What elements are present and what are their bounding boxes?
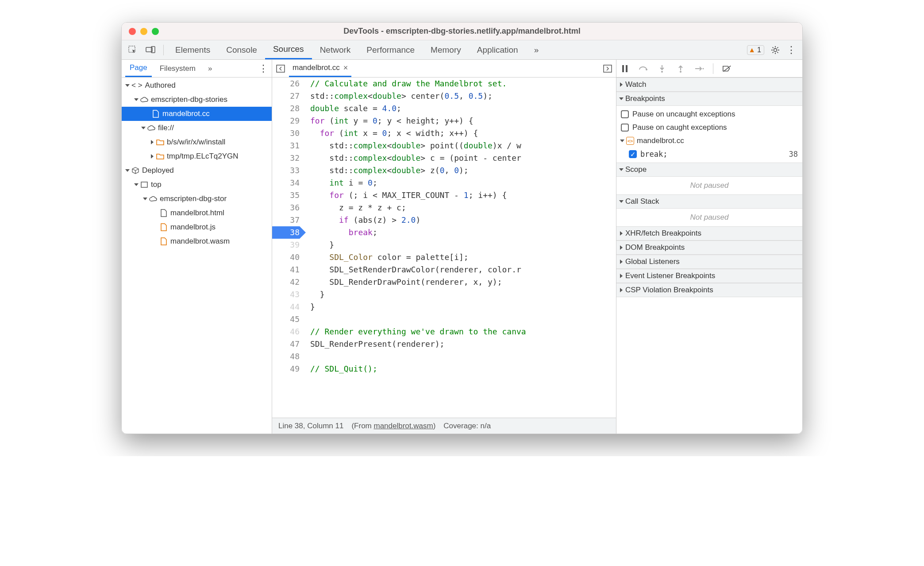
coverage-status: Coverage: n/a [443,422,491,430]
section-label: Breakpoints [625,94,665,103]
tree-folder-install[interactable]: b/s/w/ir/x/w/install [122,135,272,149]
tree-domain-deployed[interactable]: emscripten-dbg-stor [122,192,272,206]
tree-authored[interactable]: < >Authored [122,78,272,93]
maximize-window-icon[interactable] [152,28,159,35]
tree-label: mandelbrot.wasm [170,237,230,246]
tree-label: b/s/w/ir/x/w/install [167,138,225,147]
section-label: Call Stack [625,197,659,206]
svg-rect-5 [277,65,285,72]
cube-icon [131,167,139,174]
tree-label: mandelbrot.html [170,209,224,217]
tab-console[interactable]: Console [218,40,265,59]
sidebar-tab-page[interactable]: Page [125,60,152,77]
kebab-menu-icon[interactable]: ⋮ [786,45,796,55]
step-out-icon[interactable] [676,64,685,74]
section-breakpoints[interactable]: Breakpoints [616,92,802,106]
file-icon [152,110,160,118]
checkbox-label: Pause on uncaught exceptions [632,110,735,119]
tree-label: tmp/tmp.ELcTq2YGN [167,152,239,161]
section-xhr[interactable]: XHR/fetch Breakpoints [616,226,802,240]
tree-file-wasm[interactable]: mandelbrot.wasm [122,234,272,248]
svg-point-9 [646,69,647,70]
section-global[interactable]: Global Listeners [616,255,802,269]
file-icon [160,237,168,245]
editor-statusbar: Line 38, Column 11 (From mandelbrot.wasm… [272,418,616,434]
file-icon [160,223,168,231]
navigator-sidebar: Page Filesystem » ⋮ < >Authored emscript… [122,60,272,434]
tab-sources[interactable]: Sources [265,40,312,59]
section-label: CSP Violation Breakpoints [625,286,713,295]
step-icon[interactable] [694,64,704,74]
close-window-icon[interactable] [129,28,136,35]
tree-domain-authored[interactable]: emscripten-dbg-stories [122,93,272,107]
svg-rect-7 [622,65,624,72]
device-toggle-icon[interactable] [146,45,155,55]
minimize-window-icon[interactable] [140,28,147,35]
toggle-navigator-icon[interactable] [276,64,285,74]
section-label: Scope [625,165,647,174]
tree-top[interactable]: top [122,178,272,192]
close-tab-icon[interactable]: × [343,63,348,73]
tree-file-js[interactable]: mandelbrot.js [122,220,272,234]
tree-file-mandelbrot-cc[interactable]: mandelbrot.cc [122,107,272,121]
tab-memory[interactable]: Memory [423,40,469,59]
svg-point-10 [661,71,663,73]
tabs-overflow-icon[interactable]: » [526,40,547,59]
section-evt[interactable]: Event Listener Breakpoints [616,269,802,283]
tree-label: mandelbrot.cc [162,109,210,118]
editor-tab[interactable]: mandelbrot.cc× [289,60,351,77]
sidebar-tabs-overflow-icon[interactable]: » [204,60,216,77]
tree-file-html[interactable]: mandelbrot.html [122,206,272,220]
svg-rect-8 [626,65,628,72]
inspect-icon[interactable] [128,45,138,55]
tab-network[interactable]: Network [312,40,359,59]
sidebar-tab-filesystem[interactable]: Filesystem [155,60,200,77]
folder-icon [156,152,164,160]
titlebar: DevTools - emscripten-dbg-stories.netlif… [122,23,802,40]
section-csp[interactable]: CSP Violation Breakpoints [616,283,802,297]
svg-point-12 [703,68,704,69]
warning-count: 1 [757,46,761,54]
sidebar-menu-icon[interactable]: ⋮ [258,63,268,74]
breakpoint-toggle[interactable]: ✓ [629,150,637,158]
breakpoint-code: break; [640,150,667,159]
source-code[interactable]: // Calculate and draw the Mandelbrot set… [304,78,616,418]
tree-deployed[interactable]: Deployed [122,163,272,178]
section-watch[interactable]: Watch [616,78,802,92]
section-label: Global Listeners [625,257,680,266]
section-label: Watch [625,80,647,89]
tree-label: mandelbrot.js [170,223,216,232]
section-scope[interactable]: Scope [616,163,802,177]
section-callstack[interactable]: Call Stack [616,194,802,209]
source-origin-link[interactable]: mandelbrot.wasm [373,422,433,430]
tree-label: emscripten-dbg-stories [151,95,227,104]
breakpoint-entry[interactable]: ✓break;38 [621,147,798,161]
tab-application[interactable]: Application [469,40,526,59]
svg-point-11 [680,71,681,73]
deactivate-breakpoints-icon[interactable] [722,64,732,74]
frame-icon [140,181,148,189]
folder-icon [156,138,164,146]
scope-not-paused: Not paused [616,177,802,194]
checkbox-label: Pause on caught exceptions [632,123,727,132]
tree-folder-tmp[interactable]: tmp/tmp.ELcTq2YGN [122,149,272,163]
gutter[interactable]: 2627282930313233343536373839404142434445… [272,78,304,418]
cloud-icon [147,124,155,132]
section-dom[interactable]: DOM Breakpoints [616,240,802,255]
pause-caught-checkbox[interactable]: Pause on caught exceptions [621,121,798,134]
tree-file-scheme[interactable]: file:// [122,121,272,135]
section-label: XHR/fetch Breakpoints [625,229,701,238]
pause-uncaught-checkbox[interactable]: Pause on uncaught exceptions [621,108,798,121]
tab-performance[interactable]: Performance [358,40,423,59]
step-into-icon[interactable] [657,64,667,74]
toggle-debugger-icon[interactable] [603,64,612,74]
tab-elements[interactable]: Elements [167,40,218,59]
breakpoint-file-group[interactable]: <>mandelbrot.cc [621,134,798,147]
warning-badge[interactable]: ▲1 [747,45,764,55]
svg-rect-6 [604,65,612,72]
pause-icon[interactable] [620,64,630,74]
step-over-icon[interactable] [639,64,648,74]
tree-label: Authored [145,81,176,90]
gear-icon[interactable] [770,45,780,55]
window-title: DevTools - emscripten-dbg-stories.netlif… [343,27,580,36]
